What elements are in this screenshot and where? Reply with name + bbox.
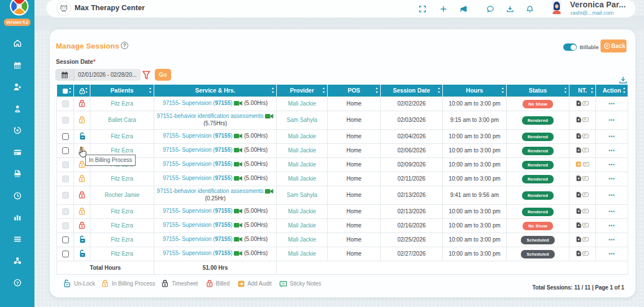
svg-text:?: ? [16,280,19,285]
svg-text:$: $ [17,110,18,112]
